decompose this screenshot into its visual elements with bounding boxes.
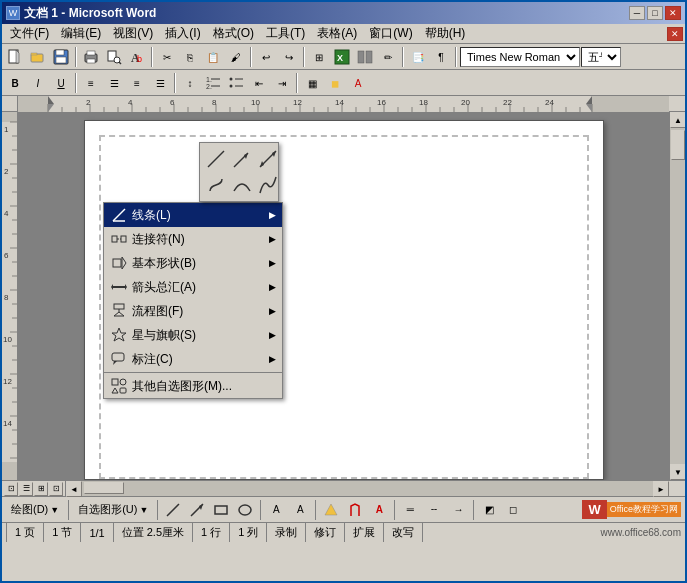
svg-text:X: X — [337, 53, 343, 63]
svg-text:20: 20 — [461, 98, 470, 107]
scroll-down-button[interactable]: ▼ — [670, 464, 686, 480]
font-color[interactable]: A — [347, 72, 369, 94]
menu-format[interactable]: 格式(O) — [207, 24, 260, 43]
insert-excel[interactable]: X — [331, 46, 353, 68]
draw-line-color[interactable] — [344, 499, 366, 521]
ctx-item-connector[interactable]: 连接符(N) ▶ — [104, 227, 282, 251]
save-button[interactable] — [50, 46, 72, 68]
bold-button[interactable]: B — [4, 72, 26, 94]
layout-view-button[interactable]: ⊞ — [34, 482, 48, 496]
close-button[interactable]: ✕ — [665, 6, 681, 20]
toolbar-row2: B I U ≡ ☰ ≡ ☰ ↕ 1.2. ⇤ ⇥ ▦ ◼ A — [2, 70, 685, 96]
copy-button[interactable]: ⎘ — [179, 46, 201, 68]
scrollbar-h-thumb[interactable] — [84, 482, 124, 494]
sub-scurve[interactable] — [204, 173, 228, 197]
draw-line-style[interactable]: ═ — [399, 499, 421, 521]
line-spacing[interactable]: ↕ — [179, 72, 201, 94]
menu-table[interactable]: 表格(A) — [311, 24, 363, 43]
ctx-item-stars[interactable]: 星与旗帜(S) ▶ — [104, 323, 282, 347]
columns-button[interactable] — [354, 46, 376, 68]
ctx-item-basic-shape[interactable]: 基本形状(B) ▶ — [104, 251, 282, 275]
border-button[interactable]: ▦ — [301, 72, 323, 94]
font-name-select[interactable]: Times New Roman — [460, 47, 580, 67]
drawing-button[interactable]: ✏ — [377, 46, 399, 68]
menu-tools[interactable]: 工具(T) — [260, 24, 311, 43]
preview-button[interactable] — [103, 46, 125, 68]
other-shapes-icon — [110, 377, 128, 395]
draw-sep2 — [157, 500, 158, 520]
underline-button[interactable]: U — [50, 72, 72, 94]
outline-view-button[interactable]: ☰ — [19, 482, 33, 496]
svg-rect-28 — [592, 96, 669, 112]
scrollbar-v-track[interactable] — [670, 128, 685, 464]
draw-button[interactable]: 绘图(D) ▼ — [6, 499, 64, 521]
paste-button[interactable]: 📋 — [202, 46, 224, 68]
scrollbar-v-thumb[interactable] — [671, 130, 685, 160]
decrease-indent[interactable]: ⇤ — [248, 72, 270, 94]
normal-view-button[interactable]: ⊡ — [4, 482, 18, 496]
sub-line[interactable] — [204, 147, 228, 171]
format-painter[interactable]: 🖌 — [225, 46, 247, 68]
doc-close-button[interactable]: ✕ — [667, 27, 683, 41]
spell-button[interactable]: Ab — [126, 46, 148, 68]
scroll-up-button[interactable]: ▲ — [670, 112, 686, 128]
draw-ellipse[interactable] — [234, 499, 256, 521]
redo-button[interactable]: ↪ — [278, 46, 300, 68]
sub-arrow[interactable] — [230, 147, 254, 171]
draw-fill-color[interactable] — [320, 499, 342, 521]
draw-3d[interactable]: ◻ — [502, 499, 524, 521]
align-center[interactable]: ☰ — [103, 72, 125, 94]
menu-help[interactable]: 帮助(H) — [419, 24, 472, 43]
insert-table[interactable]: ⊞ — [308, 46, 330, 68]
ctx-item-callout[interactable]: 标注(C) ▶ — [104, 347, 282, 371]
maximize-button[interactable]: □ — [647, 6, 663, 20]
vertical-ruler: 1 2 4 6 8 10 12 14 — [2, 112, 18, 480]
open-button[interactable] — [27, 46, 49, 68]
scrollbar-h-track[interactable] — [82, 481, 653, 496]
ctx-item-flowchart[interactable]: 流程图(F) ▶ — [104, 299, 282, 323]
draw-textbox[interactable]: A — [265, 499, 287, 521]
svg-rect-3 — [31, 53, 37, 55]
ctx-item-arrows[interactable]: 箭头总汇(A) ▶ — [104, 275, 282, 299]
align-left[interactable]: ≡ — [80, 72, 102, 94]
bullets[interactable] — [225, 72, 247, 94]
draw-rect[interactable] — [210, 499, 232, 521]
ctx-item-other[interactable]: 其他自选图形(M)... — [104, 374, 282, 398]
scroll-left-button[interactable]: ◄ — [66, 481, 82, 497]
menu-window[interactable]: 窗口(W) — [363, 24, 418, 43]
status-website: www.office68.com — [601, 527, 681, 538]
justify[interactable]: ☰ — [149, 72, 171, 94]
show-hide[interactable]: ¶ — [430, 46, 452, 68]
sub-freeform[interactable] — [256, 173, 280, 197]
auto-shape-button[interactable]: 自选图形(U) ▼ — [73, 499, 153, 521]
draw-arrow2[interactable] — [186, 499, 208, 521]
sub-arc[interactable] — [230, 173, 254, 197]
sub-double-arrow[interactable] — [256, 147, 280, 171]
draw-dash-style[interactable]: ╌ — [423, 499, 445, 521]
numbering[interactable]: 1.2. — [202, 72, 224, 94]
menu-file[interactable]: 文件(F) — [4, 24, 55, 43]
scroll-right-button[interactable]: ► — [653, 481, 669, 497]
draw-line[interactable] — [162, 499, 184, 521]
menu-view[interactable]: 视图(V) — [107, 24, 159, 43]
font-size-select[interactable]: 五号 — [581, 47, 621, 67]
draw-font-color2[interactable]: A — [368, 499, 390, 521]
web-view-button[interactable]: ⊡ — [49, 482, 63, 496]
menu-insert[interactable]: 插入(I) — [159, 24, 206, 43]
print-button[interactable] — [80, 46, 102, 68]
highlight[interactable]: ◼ — [324, 72, 346, 94]
undo-button[interactable]: ↩ — [255, 46, 277, 68]
cut-button[interactable]: ✂ — [156, 46, 178, 68]
draw-shadow[interactable]: ◩ — [478, 499, 500, 521]
increase-indent[interactable]: ⇥ — [271, 72, 293, 94]
draw-wordart[interactable]: A — [289, 499, 311, 521]
italic-button[interactable]: I — [27, 72, 49, 94]
menu-edit[interactable]: 编辑(E) — [55, 24, 107, 43]
doc-map[interactable]: 📑 — [407, 46, 429, 68]
new-button[interactable] — [4, 46, 26, 68]
minimize-button[interactable]: ─ — [629, 6, 645, 20]
align-right[interactable]: ≡ — [126, 72, 148, 94]
draw-arrow-style[interactable]: → — [447, 499, 469, 521]
status-section: 1 节 — [44, 523, 81, 542]
ctx-item-lines[interactable]: 线条(L) ▶ — [104, 203, 282, 227]
